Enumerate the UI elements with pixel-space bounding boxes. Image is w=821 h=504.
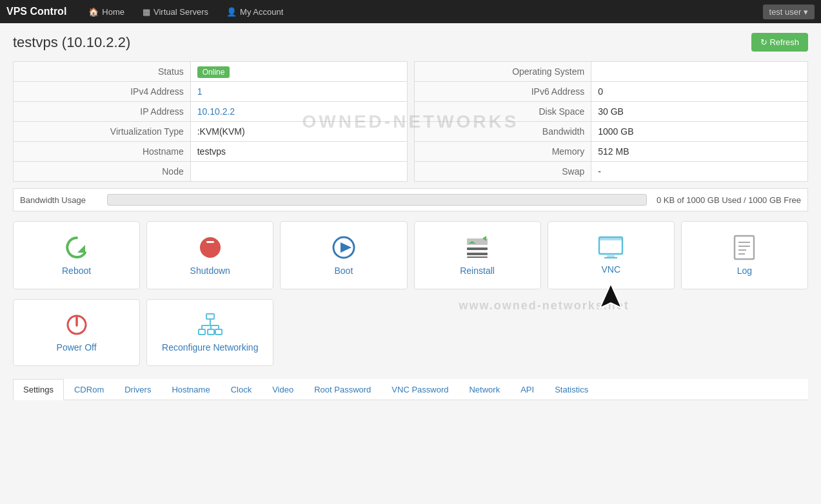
table-row: Memory 512 MB [414,142,808,162]
svg-rect-16 [735,236,754,259]
table-row: Node [14,162,408,182]
boot-button[interactable]: Boot [280,221,407,289]
watermark-2: www.owned-networks.net [280,299,808,313]
page-header: testvps (10.10.2.2) ↻ Refresh [13,33,808,52]
reboot-label: Reboot [62,266,91,276]
actions-section: Reboot Shutdown [13,221,808,366]
vnc-label: VNC [601,264,620,275]
tab-cdrom[interactable]: CDRom [64,379,114,400]
table-row: Disk Space 30 GB [414,102,808,122]
svg-marker-0 [77,245,85,253]
home-icon: 🏠 [88,7,99,17]
reboot-button[interactable]: Reboot [13,221,140,289]
page-title: testvps (10.10.2.2) [13,34,130,51]
info-table-right: Operating System IPv6 Address 0 Disk Spa… [414,61,809,182]
table-row: Hostname testvps [14,142,408,162]
vnc-icon [598,236,624,259]
table-row: Operating System [414,62,808,82]
reboot-icon [64,235,90,260]
svg-marker-4 [341,242,351,253]
svg-rect-23 [206,314,214,319]
nav-my-account[interactable]: 👤 My Account [217,2,292,22]
poweroff-label: Power Off [57,342,97,353]
tab-settings[interactable]: Settings [13,379,64,400]
shutdown-icon [197,235,223,260]
shutdown-label: Shutdown [190,266,230,276]
reconfigure-networking-button[interactable]: Reconfigure Networking [146,299,273,366]
reconfigure-label: Reconfigure Networking [162,342,258,353]
tab-hostname[interactable]: Hostname [161,379,220,400]
svg-rect-8 [467,257,488,258]
vnc-button[interactable]: VNC [548,221,675,289]
svg-rect-6 [467,247,488,250]
table-row: Virtualization Type :KVM(KVM) [14,122,408,142]
reinstall-button[interactable]: Reinstall [414,221,541,289]
network-icon [197,313,223,337]
svg-rect-7 [467,253,488,255]
poweroff-icon [64,313,89,337]
table-row: IP Address 10.10.2.2 [14,102,408,122]
info-section: OWNED-NETWORKS Status Online IPv4 Addres… [13,61,808,182]
nav-home[interactable]: 🏠 Home [79,2,134,22]
svg-rect-2 [206,241,214,243]
bandwidth-bar-container [107,194,647,206]
shutdown-button[interactable]: Shutdown [146,221,273,289]
refresh-button[interactable]: ↻ Refresh [751,33,808,52]
svg-rect-24 [199,329,205,334]
nav-links: 🏠 Home ▦ Virtual Servers 👤 My Account [79,2,762,22]
svg-rect-25 [208,329,214,334]
navbar: VPS Control 🏠 Home ▦ Virtual Servers 👤 M… [0,0,821,23]
table-row: Swap - [414,162,808,182]
poweroff-button[interactable]: Power Off [13,299,140,366]
reinstall-label: Reinstall [460,266,495,276]
main-content: testvps (10.10.2.2) ↻ Refresh OWNED-NETW… [0,23,821,410]
svg-point-1 [200,237,221,258]
tab-network[interactable]: Network [459,379,510,400]
svg-rect-26 [215,329,222,334]
user-icon: 👤 [226,7,237,17]
actions-row-2: Power Off Rec [13,299,808,366]
actions-row-1: Reboot Shutdown [13,221,808,289]
tabs-bar: Settings CDRom Drivers Hostname Clock Vi… [13,379,808,400]
table-row: IPv4 Address 1 [14,82,408,102]
status-badge: Online [197,66,230,78]
boot-label: Boot [335,266,353,276]
svg-rect-12 [599,237,622,240]
table-row: Status Online [14,62,408,82]
tab-statistics[interactable]: Statistics [544,379,598,400]
info-table-left: Status Online IPv4 Address 1 IP Address … [13,61,408,182]
tab-vnc-password[interactable]: VNC Password [381,379,459,400]
tab-root-password[interactable]: Root Password [304,379,381,400]
log-button[interactable]: Log [681,221,808,289]
bandwidth-section: Bandwidth Usage 0 KB of 1000 GB Used / 1… [13,188,808,211]
grid-icon: ▦ [143,7,150,17]
tab-video[interactable]: Video [262,379,304,400]
bandwidth-text: 0 KB of 1000 GB Used / 1000 GB Free [657,195,801,205]
nav-virtual-servers[interactable]: ▦ Virtual Servers [134,2,217,22]
reinstall-icon [464,235,490,260]
bandwidth-label: Bandwidth Usage [20,195,97,205]
log-icon [732,235,757,260]
table-row: IPv6 Address 0 [414,82,808,102]
table-row: Bandwidth 1000 GB [414,122,808,142]
tab-clock[interactable]: Clock [221,379,262,400]
log-label: Log [737,266,752,276]
tab-drivers[interactable]: Drivers [114,379,161,400]
brand: VPS Control [6,6,66,17]
user-menu[interactable]: test user ▾ [763,5,815,19]
tab-api[interactable]: API [510,379,544,400]
boot-icon [331,235,357,260]
